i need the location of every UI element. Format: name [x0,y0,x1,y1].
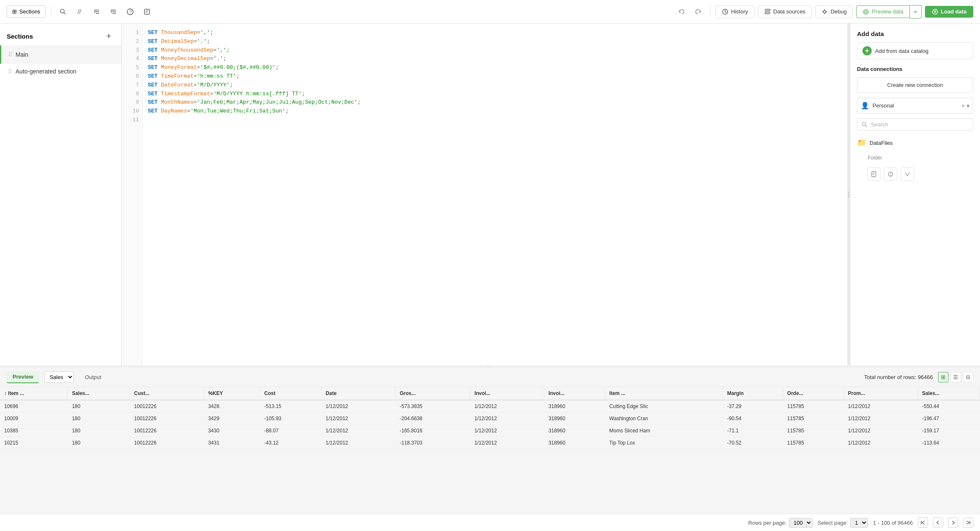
table-cell: 10385 [0,425,68,437]
th-sales[interactable]: Sales... [68,387,130,400]
table-cell: 115785 [783,425,844,437]
sidebar-item-autogenerated[interactable]: ⠿ Auto-generated section [0,64,121,79]
snippet-button[interactable] [140,5,154,18]
th-cust[interactable]: Cust... [130,387,204,400]
sidebar-item-main-label: Main [16,51,101,58]
page-number-select[interactable]: 1 [850,518,868,528]
preview-icon [862,8,869,15]
load-data-label: Load data [941,8,967,15]
th-cost[interactable]: Cost [260,387,321,400]
personal-label: Personal [873,102,958,109]
table-cell: 1/12/2012 [321,400,395,413]
th-item2[interactable]: Item ... [605,387,723,400]
table-cell: -204.6638 [395,413,470,425]
sidebar-item-main[interactable]: ⠿ Main 🗑 [0,45,121,64]
svg-point-17 [769,10,770,10]
th-margin[interactable]: Margin [723,387,783,400]
preview-dropdown-button[interactable] [910,5,922,18]
table-row: 10215180100122263431-43.121/12/2012-118.… [0,437,980,449]
line-numbers: 12345 67891011 [122,24,143,365]
search-button[interactable] [56,5,70,18]
next-page-button[interactable] [948,518,958,528]
grid-view-button[interactable]: ⊞ [938,372,949,382]
file-action-btn-2[interactable] [884,167,897,181]
folder-label: Folder [868,155,973,161]
code-content[interactable]: SET ThousandSep=','; SET DecimalSep='.';… [143,24,847,365]
outdent-button[interactable] [107,5,120,18]
data-sources-icon [764,8,771,15]
th-date[interactable]: Date [321,387,395,400]
data-connections-title: Data connections [857,66,973,72]
list-view-button[interactable]: ☰ [950,372,961,382]
table-cell: -118.3703 [395,437,470,449]
th-gros[interactable]: Gros... [395,387,470,400]
th-pkey[interactable]: %KEY [204,387,260,400]
pivot-view-button[interactable]: ⊟ [963,372,973,382]
toolbar-separator-1 [51,7,51,17]
preview-toolbar: Preview Sales Output Total number of row… [0,368,980,387]
indent-button[interactable] [90,5,103,18]
slash-button[interactable]: // [73,5,86,18]
table-cell: 180 [68,425,130,437]
sales-select[interactable]: Sales [44,371,74,383]
personal-expand-button[interactable]: ▾ [967,102,970,109]
preview-data-button[interactable]: Preview data [856,5,909,18]
last-page-button[interactable] [963,518,973,528]
th-orde[interactable]: Orde... [783,387,844,400]
file-action-btn-1[interactable] [867,167,880,181]
table-cell: 1/12/2012 [470,413,544,425]
personal-close-button[interactable]: × [962,102,965,109]
select-page: Select page: 1 [818,518,868,528]
table-cell: 3430 [204,425,260,437]
sections-button[interactable]: ⊞ Sections [7,5,46,18]
chevron-down-icon [913,10,917,14]
add-from-catalog-label: Add from data catalog [875,48,928,54]
preview-tab[interactable]: Preview [7,371,39,383]
th-prom[interactable]: Prom... [844,387,917,400]
th-sales2[interactable]: Sales... [917,387,980,400]
table-cell: -88.07 [260,425,321,437]
folder-icon: 📁 [857,138,866,147]
svg-text://: // [78,8,81,15]
add-section-button[interactable]: + [103,30,115,42]
create-connection-button[interactable]: Create new connection [857,77,973,93]
data-table-container[interactable]: ↕ Item ... Sales... Cust... %KEY Cost Da… [0,387,980,514]
svg-line-27 [865,126,867,127]
prev-page-button[interactable] [933,518,943,528]
undo-button[interactable] [675,7,688,17]
first-page-button[interactable] [918,518,928,528]
th-invoi1[interactable]: Invoi... [470,387,544,400]
th-invoi2[interactable]: Invoi... [544,387,605,400]
toolbar-right: History Data sources Debug Preview data … [675,5,973,18]
output-tab[interactable]: Output [79,371,107,383]
redo-button[interactable] [692,7,705,17]
table-cell: -573.3835 [395,400,470,413]
rows-per-page-select[interactable]: 100 50 25 [789,518,812,528]
table-cell: 180 [68,400,130,413]
datafiles-label: DataFiles [870,140,893,146]
search-input[interactable] [871,121,969,128]
sections-label: Sections [19,8,40,15]
history-button[interactable]: History [715,5,754,18]
table-body: 10696180100122263428-513.151/12/2012-573… [0,400,980,449]
svg-point-26 [862,123,866,126]
add-from-catalog-button[interactable]: + Add from data catalog [857,42,973,59]
help-button[interactable]: ? [123,5,137,18]
grid-icon: ⊞ [12,8,17,15]
table-cell: 115785 [783,400,844,413]
undo-icon [678,8,685,15]
table-cell: 10012226 [130,400,204,413]
debug-button[interactable]: Debug [815,5,853,18]
snippet-icon [144,8,150,15]
file-action-btn-3[interactable] [901,167,914,181]
data-sources-button[interactable]: Data sources [758,5,812,18]
table-cell: 115785 [783,413,844,425]
svg-rect-11 [144,9,149,14]
table-cell: 1/12/2012 [321,437,395,449]
table-cell: -196.47 [917,413,980,425]
th-item-num[interactable]: ↕ Item ... [0,387,68,400]
code-editor[interactable]: 12345 67891011 SET ThousandSep=','; SET … [122,24,847,365]
table-cell: Moms Sliced Ham [605,425,723,437]
load-data-button[interactable]: Load data [925,6,973,18]
table-cell: -105.93 [260,413,321,425]
